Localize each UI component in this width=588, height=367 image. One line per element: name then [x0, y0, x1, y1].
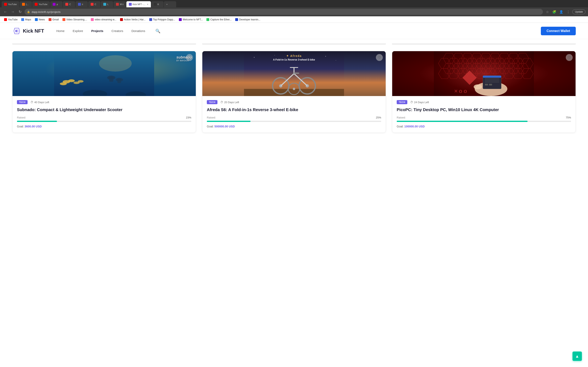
tab-7[interactable]: C — [88, 1, 100, 7]
svg-point-6 — [60, 82, 67, 85]
raised-pct-subnado: 23% — [186, 116, 191, 119]
bookmark-video2[interactable]: video streaming w... — [89, 17, 118, 22]
address-bar[interactable]: 🔒 dapp.kicknft.xyz/projects — [25, 9, 543, 15]
menu-icon[interactable]: ⋮ — [565, 9, 571, 15]
partial-card-1 — [12, 43, 196, 45]
tab-2[interactable]: (... — [20, 1, 32, 7]
tab-4[interactable]: p — [50, 1, 62, 7]
tab-8[interactable]: L — [101, 1, 113, 7]
raised-row-afreda: Raised: 25% — [207, 116, 381, 119]
progress-bar-subnado — [17, 121, 191, 122]
tab-label: YouTube — [8, 3, 17, 6]
logo-area[interactable]: Kick NFT — [12, 26, 44, 35]
clock-icon: ⏱ — [30, 100, 33, 104]
bookmark-nft[interactable]: Welcome to NFT... — [177, 17, 204, 22]
heart-button-picopc[interactable]: ♡ — [566, 54, 573, 61]
bookmark-favicon — [207, 18, 209, 21]
bookmark-ether[interactable]: Capture the Ether... — [205, 17, 233, 22]
project-card-afreda: ✦ Afreda A Fold-in-1s Reverse 3-wheel E-… — [202, 51, 386, 133]
tab-close-icon[interactable]: ✕ — [147, 3, 148, 6]
svg-point-31 — [293, 88, 295, 90]
bookmark-label: Developer learnin... — [239, 18, 260, 21]
logo-icon — [12, 26, 21, 35]
progress-fill-afreda — [207, 121, 251, 122]
days-left-subnado: ⏱ 40 Days Left — [30, 100, 49, 104]
tab-label: L — [107, 3, 108, 6]
tab-favicon — [35, 3, 38, 6]
lock-icon: 🔒 — [27, 10, 30, 13]
svg-text:×oo: ×oo — [454, 88, 468, 94]
tab-label: + — [166, 3, 168, 6]
connect-wallet-button[interactable]: Connect Wallet — [541, 27, 576, 35]
card-title-picopc: PicoPC: Tiny Desktop PC, Win10 Linux 4K … — [397, 107, 571, 112]
afreda-tagline: A Fold-in-1s Reverse 3-wheel E-bike — [202, 58, 386, 61]
nav-donations[interactable]: Donations — [131, 29, 145, 33]
site-header: Kick NFT Home Explore Projects Creators … — [0, 23, 588, 39]
bookmark-favicon — [49, 18, 52, 21]
bookmark-youtube[interactable]: YouTube — [2, 17, 19, 22]
clock-icon: ⏱ — [410, 100, 413, 104]
tech-badge-afreda: TECH — [207, 100, 217, 104]
svg-rect-12 — [117, 79, 121, 83]
tab-label: YouTube — [39, 3, 47, 6]
logo-text: Kick NFT — [23, 28, 44, 34]
raised-pct-afreda: 25% — [376, 116, 381, 119]
tab-3[interactable]: YouTube — [32, 1, 50, 7]
tab-k[interactable]: K — [151, 1, 164, 7]
tab-kicknft-projects[interactable]: Kick NFT - Projects ✕ — [126, 1, 151, 7]
raised-label: Raised: — [207, 116, 216, 119]
nav-home[interactable]: Home — [56, 29, 65, 33]
heart-button-afreda[interactable]: ♡ — [376, 54, 383, 61]
progress-fill-picopc — [397, 121, 527, 122]
card-meta-picopc: TECH ⏱ 24 Days Left — [397, 100, 571, 104]
bookmark-news[interactable]: News — [33, 17, 47, 22]
nav-projects[interactable]: Projects — [91, 29, 103, 33]
projects-grid: subnado BY WAYDOO ♡ TECH ⏱ 40 Days Left … — [12, 51, 576, 133]
reload-button[interactable]: ↻ — [17, 9, 23, 15]
days-left-picopc: ⏱ 24 Days Left — [410, 100, 429, 104]
bookmark-label: Capture the Ether... — [210, 18, 232, 21]
bookmark-label: YouTube — [8, 18, 17, 21]
svg-point-8 — [78, 80, 84, 83]
tab-label: M ii — [120, 3, 123, 6]
raised-pct-picopc: 75% — [566, 116, 571, 119]
tab-6[interactable]: ii — [76, 1, 88, 7]
tab-5[interactable]: C — [63, 1, 75, 7]
nav-explore[interactable]: Explore — [73, 29, 83, 33]
update-button[interactable]: Update — [572, 9, 586, 14]
profile-icon[interactable]: 👤 — [558, 9, 564, 15]
tab-label: Kick NFT - Projects — [133, 3, 146, 6]
back-button[interactable]: ← — [2, 9, 8, 15]
tab-favicon — [154, 3, 156, 6]
goal-text-subnado: Goal: 3600.00 USD — [17, 125, 191, 128]
raised-row-subnado: Raised: 23% — [17, 116, 191, 119]
bookmark-video1[interactable]: Video Streaming.... — [61, 17, 89, 22]
tab-9[interactable]: M ii — [113, 1, 126, 7]
nav-creators[interactable]: Creators — [112, 29, 123, 33]
bookmark-icon[interactable]: ☆ — [545, 9, 550, 15]
bookmark-action-verbs[interactable]: Action Verbs | Har... — [118, 17, 147, 22]
bookmark-polygon[interactable]: Top Polygon Dapp... — [148, 17, 177, 22]
bookmark-favicon — [62, 18, 65, 21]
extensions-icon[interactable]: 🧩 — [552, 9, 557, 15]
tab-new[interactable]: + — [164, 1, 176, 7]
heart-button-subnado[interactable]: ♡ — [186, 54, 193, 61]
goal-text-picopc: Goal: 100000.00 USD — [397, 125, 571, 128]
card-title-subnado: Subnado: Compact & Lightweight Underwate… — [17, 107, 191, 112]
card-body-picopc: TECH ⏱ 24 Days Left PicoPC: Tiny Desktop… — [392, 96, 576, 133]
bookmark-label: Video Streaming.... — [66, 18, 87, 21]
card-image-subnado: subnado BY WAYDOO ♡ — [12, 51, 196, 96]
raised-label: Raised: — [397, 116, 406, 119]
bookmark-dev[interactable]: Developer learnin... — [233, 17, 262, 22]
bookmark-label: Action Verbs | Har... — [124, 18, 146, 21]
cards-area: subnado BY WAYDOO ♡ TECH ⏱ 40 Days Left … — [0, 39, 588, 141]
search-icon[interactable]: 🔍 — [155, 29, 160, 33]
forward-button[interactable]: → — [10, 9, 16, 15]
card-image-afreda: ✦ Afreda A Fold-in-1s Reverse 3-wheel E-… — [202, 51, 386, 96]
raised-row-picopc: Raised: 75% — [397, 116, 571, 119]
tab-favicon — [116, 3, 119, 6]
bookmark-maps[interactable]: Maps — [20, 17, 33, 22]
bookmark-gmail[interactable]: Gmail — [47, 17, 61, 22]
tab-youtube-1[interactable]: YouTube — [2, 1, 19, 7]
progress-fill-subnado — [17, 121, 57, 122]
